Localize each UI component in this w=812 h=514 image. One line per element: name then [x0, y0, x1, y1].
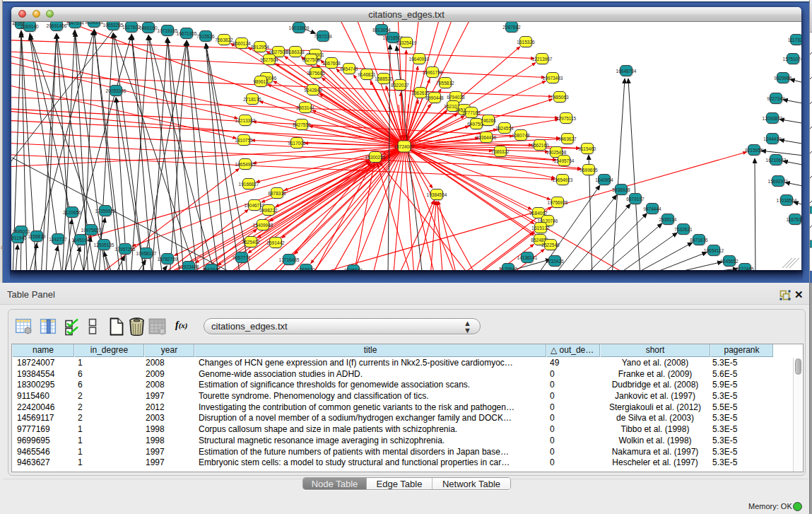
svg-text:1362615: 1362615: [411, 90, 430, 95]
svg-text:3498222: 3498222: [259, 208, 278, 213]
svg-text:1527602: 1527602: [122, 25, 141, 30]
svg-text:13325419: 13325419: [396, 40, 417, 45]
svg-text:17957255: 17957255: [115, 247, 136, 252]
svg-text:3911940: 3911940: [11, 235, 27, 240]
svg-text:1810755: 1810755: [235, 138, 253, 143]
svg-text:9245652: 9245652: [720, 259, 739, 264]
svg-text:15692971: 15692971: [768, 179, 789, 184]
svg-text:3824554: 3824554: [495, 126, 514, 131]
svg-text:989612: 989612: [253, 79, 269, 84]
svg-text:16648784: 16648784: [616, 69, 637, 74]
svg-text:17016504: 17016504: [777, 198, 797, 203]
svg-text:9117006: 9117006: [288, 141, 306, 146]
svg-text:2522546: 2522546: [541, 243, 560, 247]
svg-text:17359928: 17359928: [95, 209, 116, 214]
svg-text:8912954: 8912954: [251, 45, 269, 49]
svg-text:7663822: 7663822: [215, 37, 233, 42]
svg-text:1156819: 1156819: [28, 234, 46, 239]
svg-text:16782759: 16782759: [158, 257, 178, 262]
svg-text:9527504: 9527504: [260, 57, 278, 62]
svg-text:18724007: 18724007: [394, 144, 415, 149]
svg-text:1065920: 1065920: [297, 267, 315, 271]
svg-text:1242737: 1242737: [49, 237, 67, 242]
svg-text:9329966: 9329966: [774, 76, 792, 81]
svg-text:20691406: 20691406: [47, 23, 67, 28]
svg-text:1145194: 1145194: [72, 238, 90, 243]
svg-text:2120656: 2120656: [63, 210, 81, 215]
svg-text:7625402: 7625402: [242, 240, 260, 245]
svg-text:12213383: 12213383: [235, 118, 256, 123]
svg-text:12505135: 12505135: [94, 243, 114, 247]
svg-text:16033809: 16033809: [289, 25, 310, 30]
svg-text:1117326: 1117326: [788, 37, 801, 42]
svg-text:10025458: 10025458: [546, 150, 567, 155]
svg-text:20053346: 20053346: [106, 88, 126, 93]
svg-text:2803144: 2803144: [296, 105, 314, 110]
svg-text:9054373: 9054373: [85, 22, 103, 25]
svg-text:8454749: 8454749: [340, 66, 358, 71]
svg-text:9562160: 9562160: [531, 143, 549, 148]
svg-text:2087682: 2087682: [502, 25, 521, 30]
svg-text:9699695: 9699695: [579, 168, 598, 173]
svg-text:5938928: 5938928: [612, 187, 630, 192]
svg-text:19166827: 19166827: [239, 182, 259, 187]
svg-text:7386322: 7386322: [491, 149, 510, 154]
svg-text:9227349: 9227349: [767, 96, 785, 101]
svg-text:12093872: 12093872: [763, 116, 783, 121]
svg-text:3875685: 3875685: [307, 71, 325, 76]
svg-text:19654923: 19654923: [553, 177, 573, 182]
svg-text:7632621: 7632621: [674, 227, 693, 232]
svg-text:9777169: 9777169: [462, 110, 481, 115]
svg-text:9327508: 9327508: [269, 49, 288, 54]
svg-text:1588520: 1588520: [375, 76, 393, 81]
svg-text:1080748: 1080748: [512, 133, 530, 138]
svg-text:8127465: 8127465: [736, 267, 754, 271]
svg-text:16640910: 16640910: [409, 57, 430, 62]
svg-text:6466160: 6466160: [139, 25, 158, 30]
svg-text:9242848: 9242848: [304, 88, 322, 93]
svg-text:16671355: 16671355: [177, 31, 197, 36]
svg-text:9146821: 9146821: [358, 72, 376, 77]
svg-text:19384554: 19384554: [427, 192, 447, 197]
svg-text:2367608: 2367608: [322, 61, 341, 66]
svg-text:10958137: 10958137: [136, 251, 157, 256]
svg-text:1615326: 1615326: [517, 40, 535, 45]
svg-text:10046718: 10046718: [245, 203, 265, 208]
svg-text:7515526: 7515526: [196, 34, 215, 39]
svg-text:19756928: 19756928: [548, 200, 568, 205]
svg-text:7357224: 7357224: [314, 34, 332, 39]
svg-text:8813054: 8813054: [372, 28, 391, 33]
svg-text:1691442: 1691442: [266, 240, 285, 245]
svg-text:10973493: 10973493: [543, 76, 563, 81]
svg-text:6794028: 6794028: [447, 95, 465, 100]
svg-text:1244419: 1244419: [763, 136, 782, 141]
svg-text:7955812: 7955812: [436, 81, 454, 86]
svg-text:746266: 746266: [481, 118, 496, 123]
svg-text:8660124: 8660124: [233, 41, 251, 46]
svg-text:12975115: 12975115: [556, 116, 577, 121]
svg-text:9463627: 9463627: [558, 136, 577, 141]
svg-text:8186328: 8186328: [286, 49, 305, 54]
svg-text:8322037: 8322037: [391, 83, 409, 88]
svg-text:8878316: 8878316: [268, 191, 286, 196]
svg-text:1733426: 1733426: [546, 259, 564, 264]
svg-text:6879197: 6879197: [626, 197, 645, 201]
svg-text:14136141: 14136141: [517, 255, 538, 260]
svg-text:15495754: 15495754: [554, 158, 575, 163]
svg-text:8990448: 8990448: [425, 95, 444, 100]
svg-text:7943342: 7943342: [202, 267, 220, 271]
svg-text:9327506: 9327506: [302, 57, 320, 62]
svg-text:15751074: 15751074: [783, 57, 801, 62]
svg-text:9184067: 9184067: [529, 211, 548, 216]
svg-text:12923448: 12923448: [179, 264, 199, 269]
svg-text:1167531: 1167531: [787, 217, 801, 222]
svg-text:2069140: 2069140: [20, 24, 39, 29]
svg-text:1615132: 1615132: [531, 226, 550, 230]
svg-text:5126842: 5126842: [499, 267, 517, 271]
svg-text:8215955: 8215955: [745, 148, 763, 153]
svg-text:1847574: 1847574: [66, 22, 84, 25]
svg-text:10654112: 10654112: [704, 248, 724, 253]
svg-text:15409948: 15409948: [253, 223, 273, 228]
svg-text:1640954: 1640954: [595, 177, 613, 182]
svg-text:7485063: 7485063: [551, 95, 569, 100]
